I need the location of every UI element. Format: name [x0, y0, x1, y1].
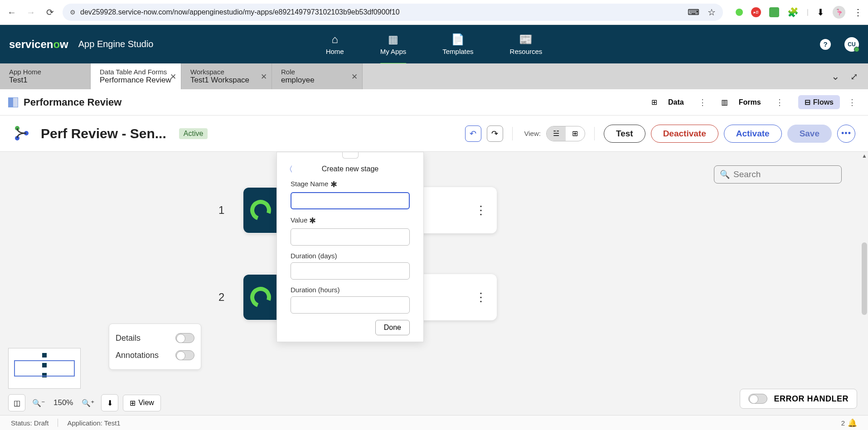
- forward-button[interactable]: →: [24, 6, 37, 19]
- step-icon: [243, 275, 277, 320]
- extension-icon-2[interactable]: ▸B: [751, 7, 761, 17]
- done-button[interactable]: Done: [375, 320, 410, 335]
- search-box[interactable]: 🔍: [714, 165, 842, 184]
- popover-handle: [342, 152, 359, 159]
- stage-name-input[interactable]: [291, 192, 410, 209]
- back-icon[interactable]: 〈: [285, 164, 293, 174]
- back-button[interactable]: ←: [5, 6, 18, 19]
- test-button[interactable]: Test: [604, 125, 645, 143]
- view-toggle: ☱ ⊞: [546, 126, 585, 141]
- activate-button[interactable]: Activate: [724, 125, 782, 143]
- zoom-percent: 150%: [52, 398, 75, 407]
- status-text: Status: Draft: [11, 419, 48, 427]
- tree-view-button[interactable]: ☱: [547, 126, 566, 141]
- deactivate-button[interactable]: Deactivate: [651, 125, 718, 143]
- reload-button[interactable]: ⟳: [44, 6, 56, 19]
- page-title: Performance Review: [24, 97, 121, 108]
- scroll-thumb[interactable]: [862, 242, 867, 315]
- translate-icon[interactable]: ⌨: [688, 7, 699, 17]
- tab-role[interactable]: Role employee ✕: [272, 63, 363, 89]
- duration-hours-label: Duration (hours): [291, 286, 410, 294]
- status-bar: Status: Draft Application: Test1 2 🔔: [0, 415, 868, 430]
- view-options-panel: Details Annotations: [109, 324, 201, 370]
- profile-avatar[interactable]: 🦩: [833, 6, 845, 19]
- main-nav: ⌂ Home ▦ My Apps 📄 Templates 📰 Resources: [326, 25, 543, 63]
- extension-icon-1[interactable]: [736, 9, 743, 16]
- tab-workspace[interactable]: Workspace Test1 Workspace ✕: [181, 63, 272, 89]
- close-icon[interactable]: ✕: [351, 72, 358, 81]
- url-text: dev259928.service-now.com/now/appengines…: [80, 8, 683, 16]
- scrollbar[interactable]: ▲: [861, 152, 868, 415]
- address-bar[interactable]: ⚙ dev259928.service-now.com/now/appengin…: [63, 4, 723, 21]
- card-menu-icon[interactable]: ⋮: [475, 203, 487, 217]
- chevron-down-icon[interactable]: ⌄: [831, 71, 839, 82]
- extensions-area: ▸B 🧩 | ⬇ 🦩 ⋮: [729, 6, 863, 19]
- nav-templates[interactable]: 📄 Templates: [442, 29, 473, 59]
- close-icon[interactable]: ✕: [261, 72, 267, 81]
- create-stage-popover: 〈 Create new stage Stage Name ✱ Value ✱ …: [276, 152, 424, 342]
- flows-tab[interactable]: ⊟ Flows: [798, 95, 840, 109]
- zoom-out-button[interactable]: 🔍⁻: [30, 394, 47, 411]
- tab-bar: App Home Test1 Data Table And Forms Perf…: [0, 63, 868, 89]
- search-icon: 🔍: [720, 169, 730, 179]
- help-icon[interactable]: ?: [820, 39, 831, 50]
- flow-icon: [13, 125, 31, 143]
- tab-app-home[interactable]: App Home Test1: [0, 63, 91, 89]
- redo-button[interactable]: ↷: [487, 126, 503, 142]
- flow-canvas[interactable]: 1 ⋮ 2 ⋮ 〈 Create new stage Stage Name ✱ …: [0, 152, 868, 415]
- view-menu-button[interactable]: ⊞ View: [123, 395, 160, 411]
- nav-resources[interactable]: 📰 Resources: [510, 29, 543, 59]
- forms-menu-icon[interactable]: ⋮: [772, 97, 787, 107]
- user-avatar[interactable]: CU: [844, 37, 859, 52]
- servicenow-logo[interactable]: servicenow: [9, 38, 68, 51]
- undo-button[interactable]: ↶: [465, 126, 481, 142]
- required-icon: ✱: [330, 180, 337, 189]
- divider: [58, 419, 58, 427]
- error-handler-switch[interactable]: [748, 394, 767, 404]
- expand-icon[interactable]: ⤢: [850, 71, 858, 82]
- annotations-toggle[interactable]: [175, 350, 194, 360]
- flows-menu-icon[interactable]: ⋮: [844, 97, 860, 107]
- save-button[interactable]: Save: [787, 125, 832, 143]
- error-handler-toggle[interactable]: ERROR HANDLER: [740, 389, 857, 409]
- duration-days-input[interactable]: [291, 262, 410, 280]
- duration-days-label: Duration (days): [291, 252, 410, 260]
- stage-name-label: Stage Name ✱: [291, 179, 410, 189]
- apps-icon: ▦: [388, 33, 398, 46]
- step-number: 2: [218, 291, 224, 304]
- data-tab[interactable]: Data: [662, 96, 690, 109]
- flow-title: Perf Review - Sen...: [41, 126, 166, 141]
- app-header: servicenow App Engine Studio ⌂ Home ▦ My…: [0, 25, 868, 63]
- download-icon[interactable]: ⬇: [817, 7, 824, 18]
- data-menu-icon[interactable]: ⋮: [695, 97, 710, 107]
- divider: [594, 127, 595, 140]
- bell-icon[interactable]: 🔔: [848, 418, 857, 428]
- annotations-label: Annotations: [116, 351, 159, 360]
- site-info-icon[interactable]: ⚙: [70, 9, 76, 16]
- extension-icon-3[interactable]: [769, 7, 779, 17]
- nav-myapps[interactable]: ▦ My Apps: [380, 29, 407, 59]
- details-label: Details: [116, 333, 141, 343]
- minimap[interactable]: [8, 348, 81, 389]
- fit-screen-button[interactable]: ◫: [8, 394, 25, 411]
- scroll-up-icon[interactable]: ▲: [862, 153, 867, 159]
- search-input[interactable]: [733, 169, 841, 179]
- zoom-in-button[interactable]: 🔍⁺: [79, 394, 97, 411]
- extensions-menu-icon[interactable]: 🧩: [787, 7, 799, 18]
- details-toggle[interactable]: [175, 333, 194, 343]
- forms-tab-icon: ▥: [721, 98, 728, 106]
- value-input[interactable]: [291, 228, 410, 246]
- duration-hours-input[interactable]: [291, 296, 410, 314]
- view-icon: ⊞: [130, 399, 136, 407]
- home-icon: ⌂: [331, 33, 338, 46]
- diagram-view-button[interactable]: ⊞: [566, 126, 585, 141]
- more-actions-button[interactable]: •••: [837, 125, 855, 143]
- card-menu-icon[interactable]: ⋮: [475, 290, 487, 304]
- chrome-menu-icon[interactable]: ⋮: [853, 7, 863, 18]
- close-icon[interactable]: ✕: [170, 72, 176, 81]
- forms-tab[interactable]: Forms: [732, 96, 767, 109]
- tab-data-table-forms[interactable]: Data Table And Forms Performance Review …: [91, 63, 181, 89]
- bookmark-star-icon[interactable]: ☆: [708, 7, 716, 18]
- nav-home[interactable]: ⌂ Home: [326, 29, 344, 59]
- download-button[interactable]: ⬇: [101, 394, 118, 411]
